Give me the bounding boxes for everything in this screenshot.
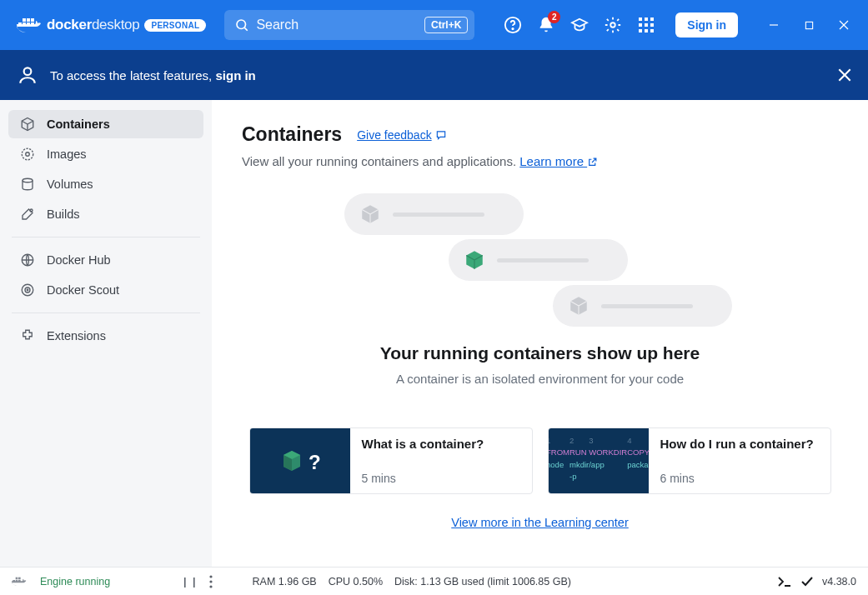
help-icon[interactable] xyxy=(504,16,522,34)
svg-point-43 xyxy=(209,580,212,582)
docker-whale-icon xyxy=(17,16,42,34)
svg-rect-40 xyxy=(16,577,18,579)
statusbar: Engine running | | RAM 1.96 GB CPU 0.50%… xyxy=(0,567,868,595)
sidebar-item-builds[interactable]: Builds xyxy=(8,200,203,228)
svg-point-25 xyxy=(24,68,32,75)
svg-rect-15 xyxy=(639,23,642,27)
container-icon xyxy=(20,117,35,132)
card-thumbnail: 1 FROM node 2 RUN mkdir -p 3 WORKDIR /ap… xyxy=(549,428,649,493)
empty-state-subtitle: A container is an isolated environment f… xyxy=(242,372,838,386)
svg-rect-20 xyxy=(650,29,654,32)
learn-more-link[interactable]: Learn more xyxy=(519,154,598,168)
cpu-stat: CPU 0.50% xyxy=(329,576,383,588)
notifications-icon[interactable]: 2 xyxy=(537,16,555,34)
sidebar-item-volumes[interactable]: Volumes xyxy=(8,170,203,198)
sidebar-item-label: Docker Hub xyxy=(47,253,111,267)
status-ok-icon xyxy=(800,575,814,588)
svg-point-42 xyxy=(209,575,212,578)
sign-in-button[interactable]: Sign in xyxy=(675,12,738,38)
search-input[interactable]: Search Ctrl+K xyxy=(224,10,474,40)
sidebar-item-label: Extensions xyxy=(47,329,106,342)
sidebar-item-label: Containers xyxy=(47,118,110,131)
svg-rect-22 xyxy=(805,22,812,28)
svg-rect-14 xyxy=(650,18,654,21)
svg-point-30 xyxy=(23,178,33,182)
learning-card-run-container[interactable]: 1 FROM node 2 RUN mkdir -p 3 WORKDIR /ap… xyxy=(548,428,831,494)
svg-point-29 xyxy=(26,152,30,157)
svg-rect-4 xyxy=(23,18,26,22)
sidebar-item-docker-hub[interactable]: Docker Hub xyxy=(8,246,203,274)
engine-status[interactable]: Engine running xyxy=(40,576,110,588)
view-more-link[interactable]: View more in the Learning center xyxy=(242,516,838,529)
sidebar-item-label: Builds xyxy=(47,208,80,221)
version-label[interactable]: v4.38.0 xyxy=(822,576,856,588)
images-icon xyxy=(20,147,35,162)
extensions-icon xyxy=(20,328,35,343)
cube-icon xyxy=(464,249,485,271)
external-link-icon xyxy=(587,157,598,168)
terminal-icon[interactable] xyxy=(777,576,792,588)
svg-rect-41 xyxy=(18,577,21,579)
sidebar-item-label: Images xyxy=(47,148,87,161)
minimize-button[interactable] xyxy=(756,0,791,50)
page-title: Containers xyxy=(242,123,342,146)
sidebar: Containers Images Volumes Builds Docker … xyxy=(0,100,212,567)
banner-signin-link[interactable]: sign in xyxy=(215,68,255,82)
svg-rect-5 xyxy=(27,18,30,22)
banner-text: To access the latest features, sign in xyxy=(50,68,256,82)
give-feedback-link[interactable]: Give feedback xyxy=(357,128,447,142)
notification-badge: 2 xyxy=(548,11,560,23)
maximize-button[interactable] xyxy=(791,0,826,50)
apps-grid-icon[interactable] xyxy=(637,16,655,34)
builds-icon xyxy=(20,207,35,222)
scout-icon xyxy=(20,282,35,298)
svg-rect-17 xyxy=(650,23,654,27)
window-controls xyxy=(756,0,861,50)
empty-state-illustration xyxy=(344,193,736,327)
svg-point-7 xyxy=(237,20,246,29)
svg-point-31 xyxy=(30,209,33,212)
status-menu-button[interactable] xyxy=(209,575,213,588)
sidebar-item-extensions[interactable]: Extensions xyxy=(8,322,203,350)
sidebar-item-images[interactable]: Images xyxy=(8,140,203,168)
search-placeholder: Search xyxy=(256,18,299,32)
volumes-icon xyxy=(20,177,35,192)
svg-point-28 xyxy=(22,148,33,160)
card-time: 6 mins xyxy=(660,472,819,485)
sidebar-item-containers[interactable]: Containers xyxy=(8,110,203,138)
svg-rect-13 xyxy=(645,18,648,21)
svg-point-10 xyxy=(513,28,514,29)
card-time: 5 mins xyxy=(362,472,520,485)
pause-button[interactable]: | | xyxy=(183,576,197,588)
banner-close-button[interactable] xyxy=(838,68,851,82)
svg-point-11 xyxy=(611,22,616,28)
learning-cards: ? What is a container? 5 mins 1 FROM nod… xyxy=(242,428,838,494)
hub-icon xyxy=(20,252,35,268)
svg-rect-6 xyxy=(31,18,34,22)
settings-icon[interactable] xyxy=(604,16,622,34)
learning-card-what-is-container[interactable]: ? What is a container? 5 mins xyxy=(249,428,533,494)
titlebar-icons: 2 Sign in xyxy=(504,12,738,38)
empty-state-title: Your running containers show up here xyxy=(242,343,838,363)
main-content: Containers Give feedback View all your r… xyxy=(212,100,868,567)
logo: dockerdesktop PERSONAL xyxy=(17,16,206,34)
feedback-icon xyxy=(435,129,447,141)
svg-rect-19 xyxy=(645,29,648,32)
disk-stat: Disk: 1.13 GB used (limit 1006.85 GB) xyxy=(394,576,571,588)
search-shortcut: Ctrl+K xyxy=(424,17,468,33)
sidebar-divider xyxy=(12,312,200,313)
plan-badge: PERSONAL xyxy=(144,19,206,32)
sidebar-item-docker-scout[interactable]: Docker Scout xyxy=(8,276,203,304)
card-thumbnail: ? xyxy=(250,428,350,493)
svg-point-35 xyxy=(27,289,28,291)
card-title: How do I run a container? xyxy=(660,437,819,451)
page-subtitle: View all your running containers and app… xyxy=(242,154,838,168)
education-icon[interactable] xyxy=(570,16,589,34)
svg-text:?: ? xyxy=(309,451,321,473)
sidebar-item-label: Volumes xyxy=(47,178,93,191)
svg-rect-16 xyxy=(645,23,648,27)
close-button[interactable] xyxy=(826,0,861,50)
svg-rect-18 xyxy=(639,29,642,32)
brand-text: dockerdesktop xyxy=(47,17,139,33)
card-title: What is a container? xyxy=(362,437,520,451)
